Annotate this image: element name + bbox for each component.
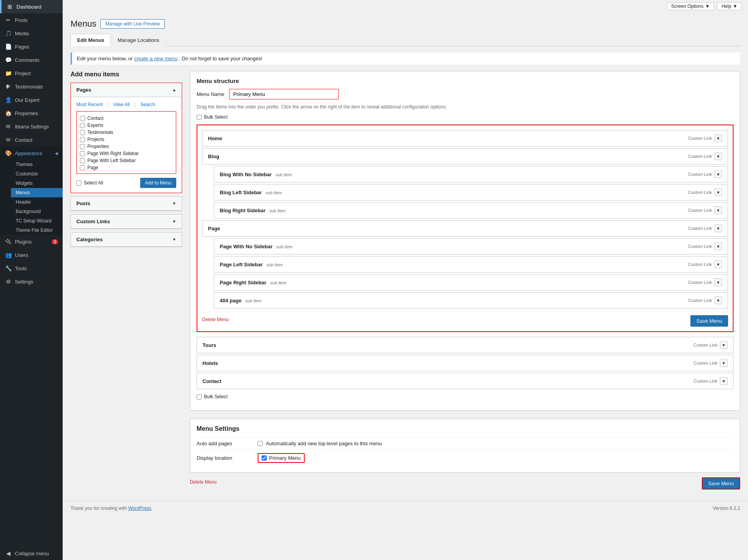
create-new-menu-link[interactable]: create a new menu [134, 56, 178, 61]
menu-item-blog-no-sidebar-toggle[interactable]: ▼ [714, 170, 722, 178]
menu-item-page-label: Page [208, 226, 220, 231]
tab-most-recent[interactable]: Most Recent [76, 102, 103, 107]
sidebar-item-testimonials[interactable]: 🗣 Testimonials [0, 80, 63, 93]
sidebar-item-posts[interactable]: ✏ Posts [0, 13, 63, 27]
sidebar-item-properties[interactable]: 🏠 Properties [0, 107, 63, 120]
wordpress-link[interactable]: WordPress [128, 506, 151, 511]
menu-item-hotels-toggle[interactable]: ▼ [720, 359, 728, 367]
menu-structure-panel: Menu structure Menu Name Drag the items … [190, 71, 740, 411]
primary-menu-checkbox[interactable] [262, 455, 267, 461]
select-all-label[interactable]: Select All [76, 180, 103, 186]
help-button[interactable]: Help ▼ [717, 2, 742, 10]
menu-item-blog-left-sidebar-toggle[interactable]: ▼ [714, 188, 722, 196]
menu-item-page-right-sidebar-toggle[interactable]: ▼ [714, 278, 722, 286]
sidebar-item-tools[interactable]: 🔧 Tools [0, 262, 63, 275]
sidebar-item-collapse[interactable]: ◀ Collapse menu [0, 547, 63, 560]
sidebar-item-widgets[interactable]: Widgets [11, 179, 63, 188]
accordion-pages-body: Most Recent | View All | Search Contact [71, 97, 182, 193]
menu-item-blog[interactable]: Blog Custom Link ▼ [202, 148, 728, 164]
menu-item-tours-toggle[interactable]: ▼ [720, 341, 728, 349]
menu-item-page-right-sidebar[interactable]: Page Right Sidebar sub item Custom Link … [214, 274, 728, 291]
sidebar-item-pages[interactable]: 📄 Pages [0, 40, 63, 53]
select-all-checkbox[interactable] [76, 181, 81, 186]
menus-label: Menus [16, 190, 30, 195]
save-menu-button-inner[interactable]: Save Menu [690, 315, 728, 327]
tab-view-all[interactable]: View All [113, 102, 130, 107]
page-checkbox-properties[interactable] [80, 144, 85, 149]
sidebar-item-appearance[interactable]: 🎨 Appearance ◀ [0, 146, 63, 160]
menu-item-page-no-sidebar-toggle[interactable]: ▼ [714, 242, 722, 250]
page-checkbox-projects[interactable] [80, 137, 85, 142]
menu-item-404-page-toggle[interactable]: ▼ [714, 296, 722, 304]
sidebar-item-settings[interactable]: ⚙ Settings [0, 275, 63, 288]
bulk-select-top-checkbox[interactable] [197, 115, 202, 120]
sidebar-item-customize[interactable]: Customize [11, 169, 63, 179]
screen-options-button[interactable]: Screen Options ▼ [667, 2, 714, 10]
bulk-select-bottom-label: Bulk Select [204, 394, 228, 399]
sidebar-item-tc-setup-wizard[interactable]: TC Setup Wizard [11, 216, 63, 226]
tab-search[interactable]: Search [140, 102, 155, 107]
page-checkbox-experts[interactable] [80, 123, 85, 128]
accordion-custom-links-header[interactable]: Custom Links ▼ [71, 215, 182, 229]
sidebar-item-themes[interactable]: Themes [11, 160, 63, 169]
delete-menu-link-inner[interactable]: Delete Menu [202, 317, 229, 322]
sidebar-item-users[interactable]: 👥 Users [0, 248, 63, 262]
page-header: Menus Manage with Live Preview [70, 19, 740, 29]
page-checkbox-page-left-sidebar[interactable] [80, 158, 85, 163]
menu-item-page-left-sidebar-toggle[interactable]: ▼ [714, 260, 722, 268]
menu-item-contact-label: Contact [202, 378, 221, 384]
help-label: Help [721, 4, 731, 9]
menu-item-blog-toggle[interactable]: ▼ [714, 152, 722, 160]
page-checkbox-page-right-sidebar[interactable] [80, 151, 85, 156]
sidebar-item-our-expert[interactable]: 👤 Our Expert [0, 93, 63, 107]
sidebar-item-ibtana-settings[interactable]: ✉ Ibtana Settings [0, 120, 63, 133]
accordion-posts-header[interactable]: Posts ▼ [71, 197, 182, 211]
sidebar-item-theme-file-editor[interactable]: Theme File Editor [11, 226, 63, 235]
appearance-icon: 🎨 [5, 150, 12, 157]
sidebar-item-menus[interactable]: Menus [11, 188, 63, 197]
sidebar-item-media[interactable]: 🎵 Media [0, 27, 63, 40]
auto-add-pages-checkbox[interactable] [258, 441, 263, 446]
menu-item-hotels[interactable]: Hotels Custom Link ▼ [197, 355, 734, 371]
menu-item-contact[interactable]: Contact Custom Link ▼ [197, 373, 734, 389]
accordion-pages-header[interactable]: Pages ▲ [71, 83, 182, 97]
menu-item-blog-right-sidebar-toggle[interactable]: ▼ [714, 206, 722, 214]
menu-item-contact-toggle[interactable]: ▼ [720, 377, 728, 385]
menu-item-page-left-sidebar[interactable]: Page Left Sidebar sub item Custom Link ▼ [214, 256, 728, 273]
add-to-menu-button[interactable]: Add to Menu [140, 178, 176, 188]
primary-menu-checkbox-label[interactable]: Primary Menu [258, 453, 305, 463]
page-checkbox-contact[interactable] [80, 116, 85, 121]
list-item: Page With Right Sidebar [80, 150, 173, 157]
menu-item-page-no-sidebar[interactable]: Page With No Sidebar sub item Custom Lin… [214, 238, 728, 255]
accordion-categories-header[interactable]: Categories ▼ [71, 233, 182, 247]
save-menu-button-bottom[interactable]: Save Menu [702, 477, 740, 490]
sidebar-item-comments[interactable]: 💬 Comments [0, 53, 63, 67]
sidebar-item-dashboard[interactable]: ⊞ Dashboard [0, 0, 63, 13]
tab-edit-menus[interactable]: Edit Menus [70, 34, 111, 46]
bulk-select-bottom-checkbox[interactable] [197, 394, 202, 399]
delete-menu-link-bottom[interactable]: Delete Menu [190, 479, 217, 485]
menu-item-404-page[interactable]: 404 page sub item Custom Link ▼ [214, 292, 728, 309]
manage-preview-button[interactable]: Manage with Live Preview [100, 19, 165, 29]
tools-icon: 🔧 [5, 265, 12, 272]
menu-item-home[interactable]: Home Custom Link ▼ [202, 130, 728, 146]
page-checkbox-page[interactable] [80, 165, 85, 170]
page-checkbox-testimonials[interactable] [80, 130, 85, 135]
sidebar-item-background[interactable]: Background [11, 207, 63, 216]
tab-manage-locations[interactable]: Manage Locations [111, 34, 166, 46]
menu-name-input[interactable] [229, 89, 339, 99]
sidebar-item-project[interactable]: 📁 Project [0, 67, 63, 80]
accordion-custom-links: Custom Links ▼ [70, 214, 182, 229]
menu-item-page-toggle[interactable]: ▼ [714, 224, 722, 232]
menu-item-tours[interactable]: Tours Custom Link ▼ [197, 337, 734, 353]
menu-item-home-toggle[interactable]: ▼ [714, 134, 722, 142]
menu-item-blog-right-sidebar[interactable]: Blog Right Sidebar sub item Custom Link … [214, 202, 728, 219]
sidebar-item-plugins[interactable]: 🔌 Plugins 3 [0, 235, 63, 248]
menu-item-blog-no-sidebar[interactable]: Blog With No Sidebar sub item Custom Lin… [214, 166, 728, 182]
top-bar: Screen Options ▼ Help ▼ [63, 0, 748, 13]
sidebar-item-contact[interactable]: ✉ Contact [0, 133, 63, 146]
menu-item-blog-left-sidebar-type: Custom Link [688, 190, 712, 195]
sidebar-item-header[interactable]: Header [11, 197, 63, 207]
menu-item-blog-left-sidebar[interactable]: Blog Left Sidebar sub item Custom Link ▼ [214, 184, 728, 201]
menu-item-page[interactable]: Page Custom Link ▼ [202, 220, 728, 237]
